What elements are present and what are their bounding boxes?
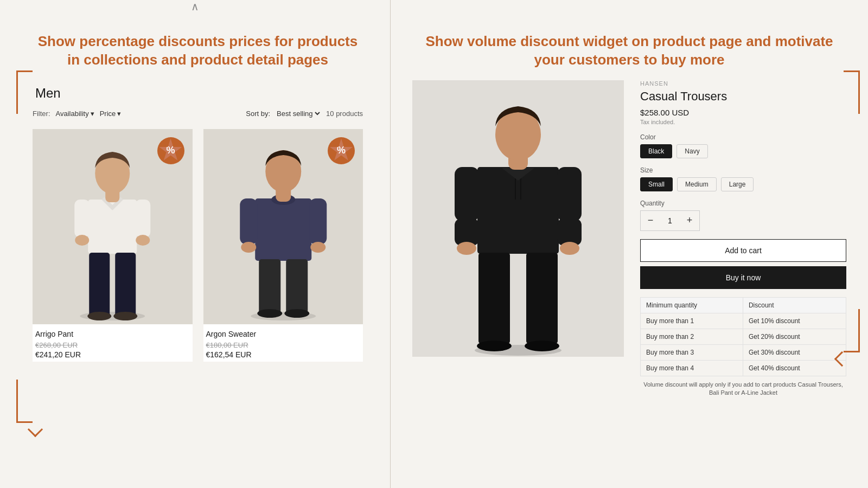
svg-rect-10 — [115, 253, 136, 318]
svg-rect-40 — [478, 253, 510, 344]
svg-rect-24 — [286, 259, 308, 313]
sort-label: Sort by: — [246, 110, 270, 118]
svg-point-37 — [560, 242, 579, 255]
svg-point-36 — [457, 242, 476, 255]
percent-icon-2: % — [329, 139, 353, 163]
discount-badge-1: % — [157, 137, 184, 164]
product-image-arrigo: % — [33, 129, 193, 324]
svg-point-12 — [113, 312, 137, 320]
original-price-arrigo: €268,00 EUR — [35, 341, 190, 349]
product-title: Casual Trousers — [640, 89, 846, 104]
filter-label: Filter: — [33, 110, 50, 118]
volume-note: Volume discount will apply only if you a… — [640, 381, 846, 397]
svg-point-20 — [310, 242, 326, 253]
svg-point-5 — [75, 235, 89, 246]
svg-point-25 — [257, 309, 282, 318]
bracket-right-top-decoration — [844, 70, 860, 114]
filter-bar: Filter: Availability ▾ Price ▾ Sort by: … — [33, 109, 363, 118]
bracket-bottom-left-decoration — [16, 380, 33, 423]
right-panel: Show volume discount widget on product p… — [391, 0, 868, 488]
right-headline: Show volume discount widget on product p… — [412, 33, 846, 69]
left-panel: ∧ Show percentage discounts prices for p… — [0, 0, 391, 488]
min-qty-4: Buy more than 4 — [641, 360, 743, 376]
volume-table-header-discount: Discount — [743, 297, 846, 313]
discount-3: Get 30% discount — [743, 344, 846, 360]
svg-point-6 — [136, 235, 150, 246]
price-filter-button[interactable]: Price ▾ — [100, 110, 122, 118]
product-info-argon: Argon Sweater €180,00 EUR €162,54 EUR — [203, 324, 363, 362]
discounted-price-argon: €162,54 EUR — [206, 350, 361, 359]
table-row: Buy more than 2 Get 20% discount — [641, 329, 846, 344]
discount-4: Get 40% discount — [743, 360, 846, 376]
quantity-increase-button[interactable]: + — [680, 211, 699, 230]
bracket-right-bottom-decoration — [844, 309, 860, 352]
quantity-control: − 1 + — [640, 210, 700, 231]
volume-discount-table: Minimum quantity Discount Buy more than … — [640, 297, 846, 376]
tax-info: Tax included. — [640, 119, 846, 125]
sort-select[interactable]: Best selling — [275, 109, 322, 118]
color-navy-button[interactable]: Navy — [676, 144, 707, 158]
color-label: Color — [640, 133, 846, 141]
product-name-arrigo: Arrigo Pant — [35, 330, 190, 338]
size-medium-button[interactable]: Medium — [677, 177, 717, 191]
volume-table-header-qty: Minimum quantity — [641, 297, 743, 313]
product-main-image — [412, 80, 624, 357]
chevron-down-icon: ▾ — [91, 110, 94, 118]
svg-rect-9 — [89, 253, 110, 318]
svg-rect-3 — [74, 200, 90, 237]
svg-rect-23 — [259, 259, 280, 313]
size-options: Small Medium Large — [640, 177, 846, 191]
table-row: Buy more than 4 Get 40% discount — [641, 360, 846, 376]
min-qty-3: Buy more than 3 — [641, 344, 743, 360]
product-sidebar: HANSEN Casual Trousers $258.00 USD Tax i… — [640, 80, 846, 397]
products-grid: % Arrigo Pant €268,00 EUR €241,20 EUR — [33, 129, 363, 362]
svg-rect-32 — [455, 167, 479, 221]
svg-rect-17 — [240, 198, 257, 245]
discount-2: Get 20% discount — [743, 329, 846, 344]
svg-rect-41 — [526, 253, 558, 344]
quantity-label: Quantity — [640, 200, 846, 207]
up-arrow-icon: ∧ — [191, 0, 199, 13]
product-card-arrigo[interactable]: % Arrigo Pant €268,00 EUR €241,20 EUR — [33, 129, 193, 362]
size-label: Size — [640, 166, 846, 174]
product-image-argon: % — [203, 129, 363, 324]
product-price: $258.00 USD — [640, 108, 846, 117]
svg-point-42 — [477, 341, 512, 351]
products-count: 10 products — [326, 110, 363, 118]
brand-name: HANSEN — [640, 80, 846, 87]
product-info-arrigo: Arrigo Pant €268,00 EUR €241,20 EUR — [33, 324, 193, 362]
discount-badge-2: % — [328, 137, 355, 164]
product-name-argon: Argon Sweater — [206, 330, 361, 338]
left-headline: Show percentage discounts prices for pro… — [33, 33, 363, 69]
bracket-left-decoration — [16, 70, 33, 114]
filter-left: Filter: Availability ▾ Price ▾ — [33, 110, 121, 118]
product-card-argon[interactable]: % Argon Sweater €180,00 EUR €162,54 EUR — [203, 129, 363, 362]
svg-point-19 — [241, 242, 256, 253]
original-price-argon: €180,00 EUR — [206, 341, 361, 349]
quantity-decrease-button[interactable]: − — [641, 211, 660, 230]
svg-point-26 — [284, 309, 309, 318]
chevron-down-icon: ▾ — [117, 110, 121, 118]
svg-rect-35 — [557, 219, 582, 246]
add-to-cart-button[interactable]: Add to cart — [640, 239, 846, 262]
size-large-button[interactable]: Large — [721, 177, 754, 191]
min-qty-2: Buy more than 2 — [641, 329, 743, 344]
svg-point-11 — [87, 312, 111, 320]
size-small-button[interactable]: Small — [640, 177, 673, 191]
discounted-price-arrigo: €241,20 EUR — [35, 350, 190, 359]
table-row: Buy more than 3 Get 30% discount — [641, 344, 846, 360]
color-black-button[interactable]: Black — [640, 144, 672, 158]
table-row: Buy more than 1 Get 10% discount — [641, 313, 846, 329]
bracket-bottom-arrow-decoration — [28, 422, 43, 437]
svg-rect-18 — [309, 198, 327, 245]
buy-now-button[interactable]: Buy it now — [640, 266, 846, 289]
svg-rect-4 — [135, 200, 150, 237]
svg-rect-34 — [455, 219, 479, 246]
availability-filter-button[interactable]: Availability ▾ — [56, 110, 94, 118]
product-detail: HANSEN Casual Trousers $258.00 USD Tax i… — [412, 80, 846, 397]
svg-rect-15 — [255, 198, 311, 261]
svg-rect-33 — [557, 167, 582, 221]
sort-right: Sort by: Best selling 10 products — [246, 109, 363, 118]
percent-icon-1: % — [159, 139, 183, 163]
svg-point-43 — [525, 341, 559, 351]
